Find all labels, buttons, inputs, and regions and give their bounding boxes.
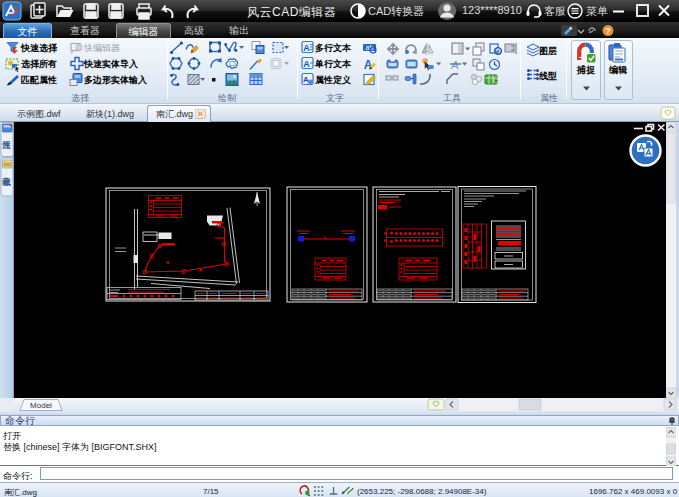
svg-text:A: A: [364, 58, 373, 72]
svg-text:A: A: [450, 59, 458, 71]
svg-text:A: A: [303, 43, 310, 53]
svg-text:A: A: [303, 59, 310, 69]
svg-text:?: ?: [605, 26, 611, 36]
svg-text:Model: Model: [30, 401, 52, 410]
